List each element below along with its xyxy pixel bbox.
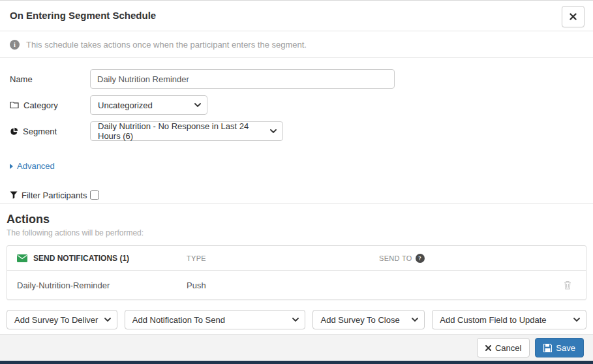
add-actions-row: Add Survey To Deliver Add Notification T… bbox=[7, 310, 586, 329]
page-title: On Entering Segment Schedule bbox=[10, 10, 583, 21]
filter-participants-checkbox[interactable] bbox=[90, 190, 99, 200]
close-icon bbox=[570, 13, 577, 20]
name-label: Name bbox=[10, 74, 90, 84]
modal-footer: Cancel Save bbox=[0, 334, 593, 361]
send-to-column: SEND TO ? bbox=[379, 254, 564, 263]
help-icon[interactable]: ? bbox=[416, 254, 425, 263]
page-background-strip bbox=[0, 361, 593, 364]
name-input[interactable] bbox=[90, 69, 395, 89]
notifications-table-header: SEND NOTIFICATIONS (1) TYPE SEND TO ? bbox=[7, 246, 586, 271]
save-button[interactable]: Save bbox=[535, 338, 584, 357]
filter-participants-row: Filter Participants bbox=[10, 190, 583, 200]
category-label: Category bbox=[10, 100, 90, 110]
info-icon: i bbox=[10, 40, 20, 50]
advanced-toggle[interactable]: Advanced bbox=[10, 161, 55, 171]
caret-right-icon bbox=[10, 164, 13, 169]
add-survey-to-close-select[interactable]: Add Survey To Close bbox=[312, 310, 425, 329]
pie-chart-icon bbox=[10, 127, 18, 136]
notification-type: Push bbox=[187, 281, 379, 290]
add-notification-to-send-select[interactable]: Add Notification To Send bbox=[125, 310, 306, 329]
segment-row: Segment Daily Nutrition - No Response in… bbox=[10, 121, 583, 141]
add-custom-field-to-update-select[interactable]: Add Custom Field to Update bbox=[432, 310, 586, 329]
chevron-down-icon bbox=[270, 129, 277, 133]
actions-section: Actions The following actions will be pe… bbox=[0, 204, 593, 329]
segment-schedule-modal: On Entering Segment Schedule i This sche… bbox=[0, 0, 593, 364]
chevron-down-icon bbox=[292, 318, 299, 322]
segment-label: Segment bbox=[10, 127, 90, 136]
type-column: TYPE bbox=[187, 254, 379, 262]
notification-name: Daily-Nutrition-Reminder bbox=[17, 281, 187, 290]
schedule-form: Name Category Uncategorized bbox=[0, 58, 593, 203]
info-bar: i This schedule takes actions once when … bbox=[0, 31, 593, 58]
cancel-button[interactable]: Cancel bbox=[477, 338, 530, 357]
chevron-down-icon bbox=[104, 318, 111, 322]
folder-icon bbox=[10, 101, 19, 109]
delete-row-button[interactable] bbox=[564, 281, 586, 290]
funnel-icon bbox=[10, 191, 18, 199]
filter-participants-label: Filter Participants bbox=[10, 190, 90, 200]
save-disk-icon bbox=[543, 344, 552, 352]
send-notifications-column: SEND NOTIFICATIONS (1) bbox=[17, 254, 187, 263]
chevron-down-icon bbox=[573, 318, 580, 322]
trash-icon bbox=[564, 281, 571, 290]
info-text: This schedule takes actions once when th… bbox=[26, 40, 307, 50]
cancel-x-icon bbox=[485, 345, 491, 351]
chevron-down-icon bbox=[412, 318, 418, 322]
add-survey-to-deliver-select[interactable]: Add Survey To Deliver bbox=[7, 310, 117, 329]
category-select[interactable]: Uncategorized bbox=[90, 95, 207, 115]
actions-heading: Actions bbox=[7, 213, 586, 226]
notifications-panel: SEND NOTIFICATIONS (1) TYPE SEND TO ? Da… bbox=[7, 245, 586, 300]
modal-header: On Entering Segment Schedule bbox=[0, 1, 593, 31]
name-row: Name bbox=[10, 69, 583, 89]
close-button[interactable] bbox=[562, 6, 585, 27]
segment-select[interactable]: Daily Nutrition - No Response in Last 24… bbox=[90, 121, 283, 141]
chevron-down-icon bbox=[194, 103, 201, 107]
actions-subheading: The following actions will be performed: bbox=[7, 228, 586, 237]
envelope-icon bbox=[17, 254, 27, 262]
table-row: Daily-Nutrition-Reminder Push bbox=[7, 271, 586, 299]
category-row: Category Uncategorized bbox=[10, 95, 583, 115]
